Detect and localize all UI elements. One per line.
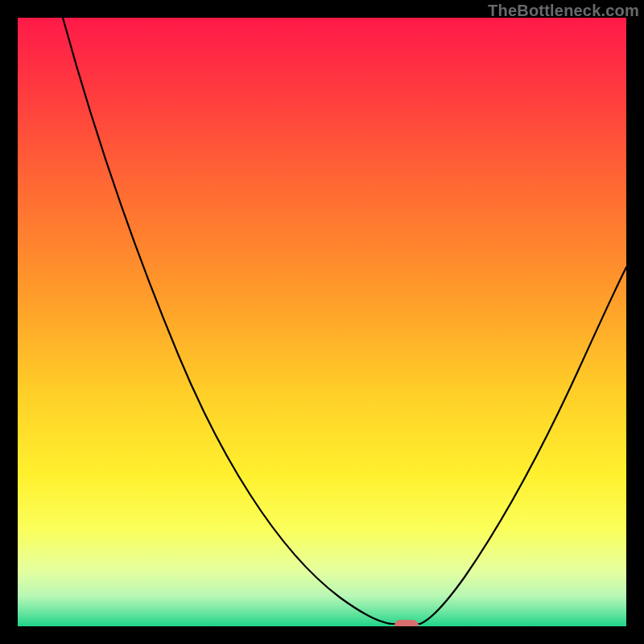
- bottleneck-chart: [18, 18, 626, 626]
- gradient-background: [18, 18, 626, 626]
- chart-container: TheBottleneck.com: [0, 0, 644, 644]
- optimum-marker: [394, 620, 419, 626]
